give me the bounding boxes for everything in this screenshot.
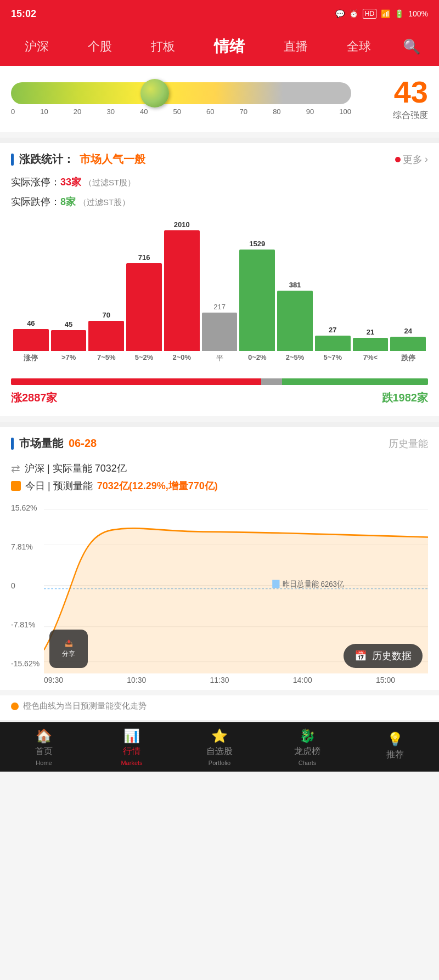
- bottom-charts-sub: Charts: [299, 760, 316, 766]
- battery-icon: 🔋: [395, 9, 404, 18]
- volume-section: 市场量能 06-28 历史量能 ⇄ 沪深 | 实际量能 7032亿 今日 | 预…: [0, 427, 439, 690]
- calendar-icon: 📅: [354, 650, 367, 662]
- bottom-nav-home[interactable]: 🏠 首页 Home: [16, 728, 71, 766]
- rise-count: 涨2887家: [11, 390, 58, 405]
- gauge-ticks: 0 10 20 30 40 50 60 70 80 90 100: [11, 107, 351, 116]
- bottom-nav: 🏠 首页 Home 📊 行情 Markets ⭐ 自选股 Portfolio 🐉…: [0, 722, 439, 772]
- bar-col-1: 45: [51, 320, 87, 351]
- wechat-icon: 💬: [335, 9, 345, 18]
- bar-col-3: 716: [126, 253, 162, 351]
- chart-note-text: 橙色曲线为当日预测量能变化走势: [23, 701, 147, 711]
- actual-volume-label: 沪深 | 实际量能 7032亿: [25, 462, 127, 475]
- fall-count: 跌1982家: [382, 390, 429, 405]
- rise-fall-info: 实际涨停：33家 （过滤ST股） 实际跌停：8家 （过滤ST股）: [11, 172, 428, 212]
- swap-icon: ⇄: [11, 462, 20, 475]
- chart-x-labels: 09:30 10:30 11:30 14:00 15:00: [11, 676, 428, 684]
- svg-rect-6: [272, 580, 279, 588]
- bottom-recommend-label: 推荐: [386, 749, 404, 761]
- volume-title-main: 市场量能: [19, 436, 63, 451]
- signal-icon: 📶: [381, 9, 390, 18]
- chevron-right-icon: ›: [425, 154, 428, 165]
- recommend-icon: 💡: [387, 732, 403, 747]
- bottom-nav-charts[interactable]: 🐉 龙虎榜 Charts: [280, 728, 335, 766]
- bar-col-8: 27: [315, 326, 351, 351]
- bottom-home-sub: Home: [36, 760, 52, 766]
- bar-col-10: 24: [390, 327, 426, 351]
- portfolio-icon: ⭐: [211, 728, 228, 744]
- bar-col-7: 381: [277, 281, 313, 351]
- status-icons: 💬 ⏰ HD 📶 🔋 100%: [335, 9, 428, 19]
- rise-bar: [11, 378, 261, 385]
- nav-sentiment[interactable]: 情绪: [207, 32, 251, 61]
- hd-icon: HD: [363, 9, 376, 19]
- volume-chart: 15.62% 7.81% 0 -7.81% -15.62% 昨日总量能 6263…: [11, 498, 428, 673]
- filter-rise-label: （过滤ST股）: [84, 178, 136, 187]
- stats-section: 涨跌统计： 市场人气一般 更多 › 实际涨停：33家 （过滤ST股） 实际跌停：…: [0, 143, 439, 416]
- bottom-portfolio-sub: Portfolio: [209, 760, 230, 766]
- rise-fall-count: 涨2887家 跌1982家: [11, 390, 428, 405]
- nav-bar: 沪深 个股 打板 情绪 直播 全球 🔍: [0, 27, 439, 66]
- volume-header: 市场量能 06-28 历史量能: [11, 427, 428, 456]
- bottom-home-label: 首页: [35, 746, 53, 757]
- volume-title: 市场量能 06-28: [11, 436, 97, 451]
- search-icon[interactable]: 🔍: [403, 38, 420, 55]
- predict-volume-value: 7032亿(12.29%,增量770亿): [97, 479, 218, 492]
- history-volume-label: 历史量能: [389, 437, 428, 450]
- bar-col-0: 46: [13, 319, 49, 351]
- gauge-score: 43 综合强度: [362, 77, 428, 121]
- actual-rise-count: 33家: [60, 177, 81, 188]
- predict-volume-line: 今日 | 预测量能 7032亿(12.29%,增量770亿): [11, 479, 428, 492]
- nav-global[interactable]: 全球: [340, 34, 378, 59]
- bar-col-4: 2010: [164, 220, 200, 351]
- bar-chart-inner: 46 45 70 716 2010 217: [11, 219, 428, 351]
- bottom-portfolio-label: 自选股: [206, 746, 233, 757]
- gauge-label: 综合强度: [362, 110, 428, 121]
- bottom-nav-markets[interactable]: 📊 行情 Markets: [104, 728, 159, 766]
- bar-col-2: 70: [88, 311, 124, 351]
- more-label: 更多: [403, 153, 423, 166]
- charts-icon: 🐉: [299, 728, 316, 744]
- stats-header: 涨跌统计： 市场人气一般 更多 ›: [11, 143, 428, 172]
- bottom-markets-label: 行情: [123, 746, 140, 757]
- bottom-charts-label: 龙虎榜: [294, 746, 320, 757]
- svg-text:昨日总量能 6263亿: 昨日总量能 6263亿: [283, 579, 344, 588]
- bar-labels: 涨停 >7% 7~5% 5~2% 2~0% 平 0~2% 2~5% 5~7% 7…: [11, 353, 428, 363]
- more-button[interactable]: 更多 ›: [395, 153, 428, 166]
- chart-y-labels: 15.62% 7.81% 0 -7.81% -15.62%: [11, 498, 44, 673]
- filter-fall-label: （过滤ST股）: [78, 197, 130, 207]
- nav-live[interactable]: 直播: [277, 34, 314, 59]
- battery-percent: 100%: [408, 9, 428, 18]
- nav-daban[interactable]: 打板: [144, 34, 182, 59]
- bottom-nav-portfolio[interactable]: ⭐ 自选股 Portfolio: [192, 728, 247, 766]
- share-label: 分享: [62, 649, 75, 659]
- volume-date: 06-28: [69, 437, 97, 450]
- stats-title-main: 涨跌统计：: [19, 152, 74, 167]
- flat-bar: [261, 378, 282, 385]
- share-button[interactable]: 📤 分享: [49, 630, 88, 668]
- gauge-bar-wrap: 0 10 20 30 40 50 60 70 80 90 100: [11, 82, 351, 116]
- note-dot-icon: [11, 703, 19, 710]
- volume-info: ⇄ 沪深 | 实际量能 7032亿 今日 | 预测量能 7032亿(12.29%…: [11, 462, 428, 492]
- stats-title-sub: 市场人气一般: [80, 152, 145, 167]
- predict-volume-label: 今日 | 预测量能: [25, 479, 93, 492]
- markets-icon: 📊: [123, 728, 140, 744]
- orange-dot-icon: [11, 481, 21, 491]
- gauge-section: 0 10 20 30 40 50 60 70 80 90 100 43 综合强度: [0, 66, 439, 132]
- bar-col-9: 21: [353, 328, 389, 351]
- history-data-button[interactable]: 📅 历史数据: [344, 644, 423, 668]
- history-volume-button[interactable]: 历史量能: [389, 437, 428, 450]
- nav-individual[interactable]: 个股: [81, 34, 119, 59]
- bottom-nav-recommend[interactable]: 💡 推荐: [368, 732, 423, 763]
- status-time: 15:02: [11, 8, 36, 20]
- alarm-icon: ⏰: [349, 9, 358, 18]
- fall-bar: [282, 378, 428, 385]
- notification-dot: [395, 157, 401, 162]
- share-icon: 📤: [65, 639, 73, 647]
- actual-fall-count: 8家: [60, 196, 76, 207]
- distribution-chart: 46 45 70 716 2010 217: [11, 219, 428, 373]
- nav-hushens[interactable]: 沪深: [18, 34, 55, 59]
- bottom-markets-sub: Markets: [121, 760, 142, 766]
- bar-col-5: 217: [202, 303, 238, 351]
- actual-volume-line: ⇄ 沪深 | 实际量能 7032亿: [11, 462, 428, 475]
- bar-col-6: 1529: [239, 240, 275, 351]
